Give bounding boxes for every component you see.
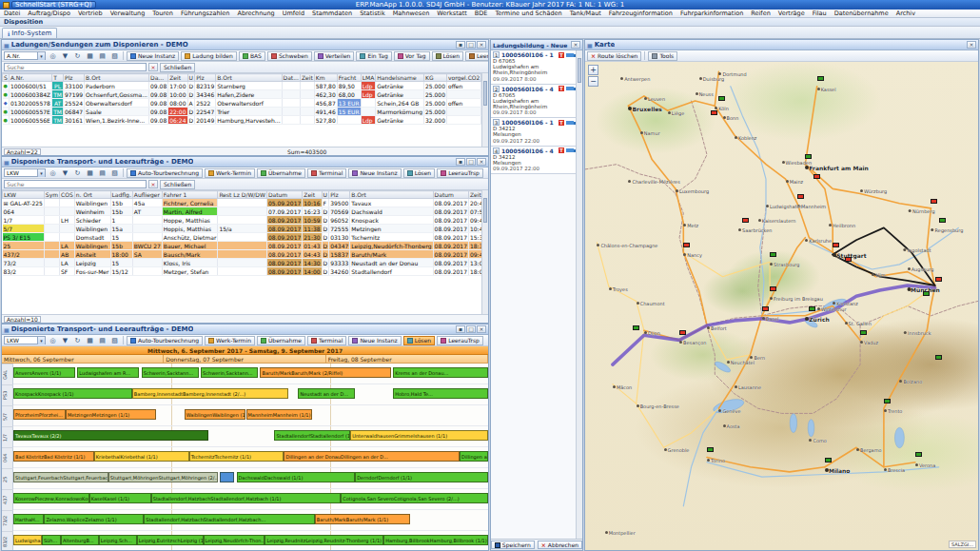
gantt-bar[interactable]: Süh... (42, 535, 61, 545)
gantt-bar[interactable]: Zelazno,WapliceZelazno (1/1) (44, 514, 144, 524)
menu-item-filau[interactable]: Filau (809, 10, 831, 18)
column-header-lkw[interactable]: LKW (3, 191, 45, 199)
auto-tourberechnung-button[interactable]: Auto-Tourberechnung (127, 168, 203, 178)
map-canvas[interactable]: + − SALZGI... AntwerpenBruxellesLeuvenLi… (585, 62, 978, 550)
gantt-bar[interactable]: KriebethalKriebethal (1/1) (94, 451, 189, 462)
close-search-button[interactable]: Schließen (160, 180, 195, 189)
column-header-km[interactable]: Km (314, 74, 337, 82)
menu-item-datei[interactable]: Datei (0, 10, 24, 18)
table-row[interactable]: 83/2SFFos-sur-Mer15/12Metzger, Stefan08.… (3, 267, 482, 276)
truck-marker[interactable] (915, 452, 922, 457)
column-header-plz[interactable]: Plz (195, 74, 216, 82)
filter-icon[interactable]: ▼ (60, 168, 70, 178)
übernahme-button[interactable]: Übernahme (257, 168, 305, 178)
pin-icon[interactable]: ▪ (456, 158, 465, 166)
load-stop-item[interactable]: 21000560l106 - 4TD 67065Ludwigshafen am … (491, 85, 576, 119)
menu-item-vertrieb[interactable]: Vertrieb (74, 10, 107, 18)
refresh-icon[interactable]: ↻ (72, 168, 83, 178)
auto-tourberechnung-button[interactable]: Auto-Tourberechnung (127, 336, 203, 345)
gantt-bar[interactable]: Leipzig,EutritzschLeipzig (1/1) (137, 535, 204, 545)
gantt-bar[interactable]: Leipzig,ReudnitzLeipzig,Reudnitz-Thonber… (265, 535, 383, 545)
bas-button[interactable]: BAS (239, 51, 265, 61)
column-header-dat[interactable]: Dat... (282, 74, 300, 82)
gantt-bar[interactable]: KnospackKnospack (1/1) (13, 388, 132, 399)
column-header-zeit[interactable]: Zeit (468, 191, 481, 199)
gantt-bar[interactable]: TavauxTavaux (2/2) (13, 430, 208, 441)
search-icon[interactable]: ◎ (48, 336, 58, 345)
menu-item-auftrag-dispo[interactable]: Auftrag/Dispo (24, 10, 74, 18)
terminal-button[interactable]: Terminal (307, 168, 346, 178)
menu-item-führungszahlen[interactable]: Führungszahlen (177, 10, 234, 18)
neue-instanz-button[interactable]: Neue Instanz (127, 51, 179, 61)
table-row[interactable]: 5/7Waiblingen15aHoppis, Matthias15/a08.0… (3, 225, 482, 233)
table-row[interactable]: PS 3/ E15Domstadt15Anschütz, Dietmar08.0… (3, 233, 482, 242)
export-icon[interactable]: ▧ (109, 51, 120, 61)
menu-item-touren[interactable]: Touren (148, 10, 177, 18)
column-header-t[interactable]: T (52, 74, 64, 82)
truck-marker[interactable] (809, 306, 815, 311)
load-stop-item[interactable]: 31000560l106 - 1TD 34212Melsungen09.09.2… (491, 118, 576, 146)
clear-search-icon[interactable]: × (148, 180, 158, 188)
column-header-lma[interactable]: LMA (361, 74, 376, 82)
table-row[interactable]: 73/2LALeipzig15Kloss, Iris08.09.201714:3… (3, 259, 482, 267)
lösen-button[interactable]: Lösen (432, 51, 464, 61)
column-header-b-ort[interactable]: B.Ort (350, 191, 433, 199)
truck-marker[interactable] (633, 325, 639, 330)
gantt-bar[interactable]: Stuttgart,MöhringenStuttgart,Möhringen (… (108, 472, 218, 482)
truck-marker[interactable] (817, 76, 824, 81)
werk-termin-button[interactable]: Werk-Termin (205, 168, 255, 178)
zoom-out-button[interactable]: − (588, 76, 598, 87)
table-row[interactable]: 25LAWaiblingen15bBWCU 27Bauer, Michael08… (3, 242, 482, 250)
gantt-bar[interactable]: DerndorfDerndorf (1/1) (355, 472, 488, 482)
truck-marker[interactable] (683, 243, 690, 247)
gantt-bar[interactable]: Ludwigshafen am R... (77, 367, 139, 378)
cancel-button[interactable]: × Abbrechen (538, 541, 582, 549)
truck-marker[interactable] (770, 286, 776, 291)
gantt-bar[interactable]: MannheimMannheim (1/1) (246, 409, 313, 420)
column-header-fracht[interactable]: Fracht (337, 74, 361, 82)
menu-item-fahrzeuginformation[interactable]: Fahrzeuginformation (605, 10, 676, 18)
columns-icon[interactable]: ▦ (85, 336, 95, 345)
gantt-bar[interactable]: Bad KöstritzBad Köstritz (1/1) (13, 451, 94, 462)
table-row[interactable]: ◆01302005578AT25524Oberwaltersdorf09.080… (3, 99, 481, 108)
truck-marker[interactable] (813, 174, 820, 179)
maximize-icon[interactable]: □ (466, 158, 476, 166)
gantt-bar[interactable]: PforzheimPforzhei... (13, 409, 66, 420)
truck-marker[interactable] (845, 257, 852, 262)
table-row[interactable]: ●1000600l/51PL33100Paderborn09.0817:00D8… (3, 82, 481, 90)
menu-item-verträge[interactable]: Verträge (774, 10, 809, 18)
gantt-bar[interactable]: Hamburg,BillbrookHamburg,Billbrook (1/1) (383, 535, 488, 545)
print-icon[interactable]: ▤ (97, 51, 108, 61)
menu-item-tank-maut[interactable]: Tank/Maut (566, 10, 605, 18)
gantt-bar[interactable]: Neustadt an der D... (298, 388, 355, 399)
gantt-bar[interactable]: Leipzig,Neudörfch-Thon... (204, 535, 265, 545)
column-header-rest-lz-d-w-dw[interactable]: Rest Lz D/W/DW (218, 191, 267, 199)
gantt-bar[interactable]: DachswaldDachswald (1/1) (237, 472, 356, 482)
verteilen-button[interactable]: Verteilen (314, 51, 355, 61)
truck-marker[interactable] (935, 355, 942, 360)
search-input[interactable] (4, 180, 147, 188)
close-icon[interactable]: × (477, 41, 486, 49)
menu-item-datenübernahme[interactable]: Datenübernahme (831, 10, 892, 18)
maximize-icon[interactable]: □ (466, 41, 476, 49)
truck-marker[interactable] (884, 399, 891, 403)
truck-marker[interactable] (860, 330, 867, 335)
truck-marker[interactable] (935, 277, 942, 282)
clear-search-icon[interactable]: × (148, 63, 158, 71)
export-icon[interactable]: ▧ (109, 168, 120, 178)
table-row[interactable]: 437/2ABAbsteit18:00SABausch/Mark08.09.20… (3, 250, 482, 259)
menu-item-archiv[interactable]: Archiv (892, 10, 919, 18)
column-header-a-nr[interactable]: A.Nr. (9, 74, 51, 82)
table-row[interactable]: 064Weinheim15bATMartin, Alfred07.09.2017… (3, 207, 482, 216)
truck-marker[interactable] (762, 306, 769, 311)
column-header-cos[interactable]: COS (60, 191, 75, 199)
truck-marker[interactable] (679, 330, 686, 335)
übernahme-button[interactable]: Übernahme (257, 336, 305, 345)
menu-item-mahnwesen[interactable]: Mahnwesen (389, 10, 434, 18)
pin-icon[interactable]: ▪ (456, 41, 465, 49)
filter-combo[interactable]: LKW▾ (4, 168, 46, 177)
ein-tag-button[interactable]: Ein Tag (356, 51, 391, 61)
column-header-zeit[interactable]: Zeit (303, 191, 322, 199)
truck-marker[interactable] (742, 218, 749, 223)
truck-marker[interactable] (833, 243, 839, 247)
